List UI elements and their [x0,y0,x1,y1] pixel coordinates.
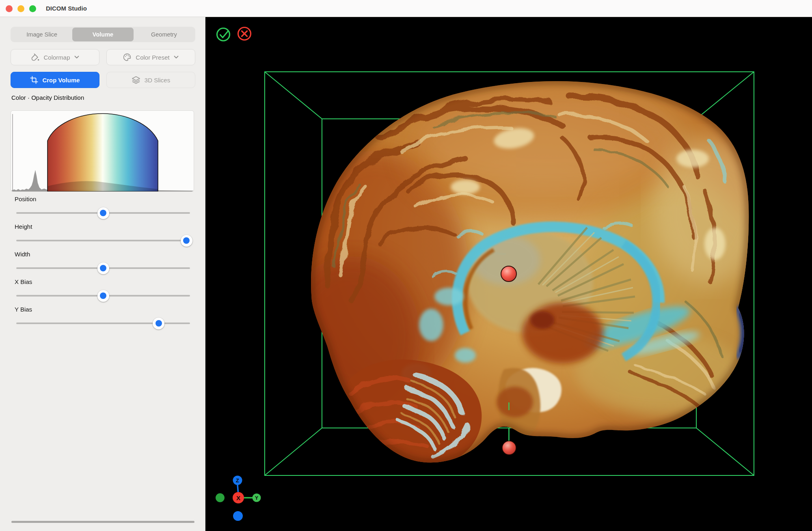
height-slider-track[interactable] [16,240,190,241]
y-bias-slider-track[interactable] [16,322,190,324]
y-bias-slider-thumb[interactable] [153,318,164,329]
colormap-label: Colormap [43,54,70,61]
distribution-section-label: Color · Opacity Distribution [11,94,84,101]
height-slider-thumb[interactable] [181,235,192,247]
zoom-window-button[interactable] [29,5,36,12]
y-bias-slider: Y Bias [11,306,195,330]
close-window-button[interactable] [6,5,13,12]
x-bias-slider: X Bias [11,278,195,303]
brain-volume-rendering[interactable] [283,81,778,467]
axis-y-label: Y [255,495,258,501]
view-mode-tabs: Image Slice Volume Geometry [11,27,195,42]
x-bias-slider-thumb[interactable] [97,290,109,302]
color-preset-dropdown[interactable]: Color Preset [106,49,195,65]
cancel-crop-button[interactable] [238,28,251,40]
3d-slices-button[interactable]: 3D Slices [106,72,195,88]
check-circle-icon [220,32,228,38]
height-slider-label: Height [15,223,32,230]
axis-gizmo[interactable]: Z X Y [216,476,261,521]
paint-bucket-icon [31,53,39,61]
color-preset-label: Color Preset [136,54,169,61]
position-slider: Position [11,196,195,220]
position-slider-track[interactable] [16,212,190,214]
3d-slices-label: 3D Slices [145,77,170,84]
crop-handle-sphere-bottom[interactable] [502,441,516,455]
chevron-down-icon [174,56,179,59]
crop-volume-label: Crop Volume [42,77,80,84]
sidebar: Image Slice Volume Geometry Colormap [0,17,205,531]
axis-z-label: Z [236,477,239,484]
transfer-function-dome [48,114,158,191]
position-slider-label: Position [15,196,36,202]
x-bias-slider-label: X Bias [15,278,32,285]
width-slider-label: Width [15,251,30,258]
position-slider-thumb[interactable] [97,207,109,219]
chevron-down-icon [74,56,79,59]
axis-gizmo-neg-y-ball[interactable] [216,493,225,502]
tab-image-slice[interactable]: Image Slice [11,28,72,41]
colormap-dropdown[interactable]: Colormap [11,49,99,65]
crop-icon [30,76,38,84]
axis-x-label: X [236,494,240,501]
tab-geometry[interactable]: Geometry [134,28,194,41]
minimize-window-button[interactable] [17,5,24,12]
axis-gizmo-neg-z-ball[interactable] [233,511,243,521]
width-slider-thumb[interactable] [97,262,109,274]
x-bias-slider-track[interactable] [16,295,190,297]
crop-volume-button[interactable]: Crop Volume [11,72,99,88]
title-bar: DICOM Studio [0,0,812,17]
x-circle-icon [242,31,247,37]
width-slider-track[interactable] [16,267,190,269]
height-slider: Height [11,223,195,247]
sidebar-horizontal-scrollbar[interactable] [11,521,194,523]
width-slider: Width [11,251,195,275]
3d-viewport[interactable]: Z X Y [205,17,812,531]
layers-icon [132,76,140,84]
y-bias-slider-label: Y Bias [15,306,32,313]
confirm-crop-button[interactable] [217,28,230,41]
tab-volume[interactable]: Volume [72,28,133,41]
window-title: DICOM Studio [46,0,87,17]
color-opacity-distribution-widget[interactable] [11,110,194,192]
crop-handle-sphere-center[interactable] [501,266,516,282]
palette-icon [123,53,132,61]
